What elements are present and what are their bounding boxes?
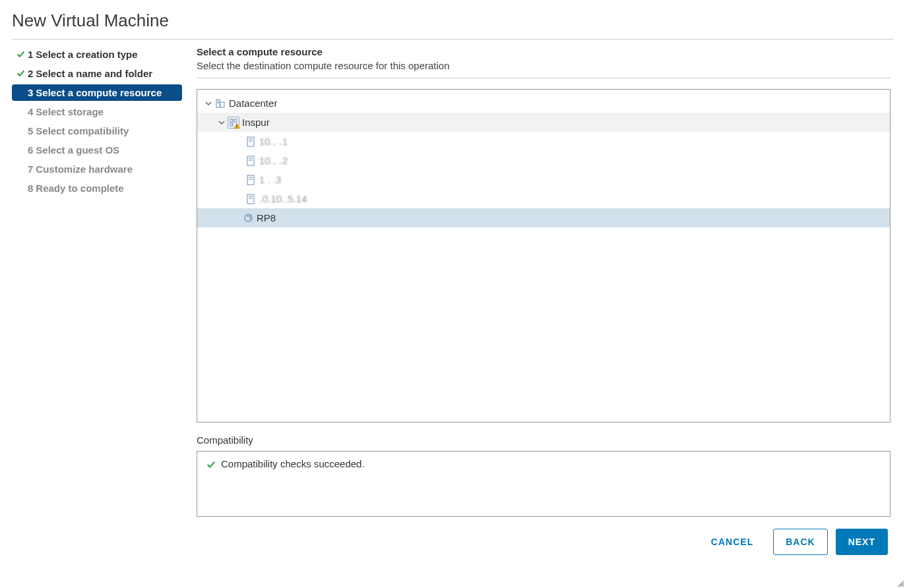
step-storage[interactable]: 4 Select storage <box>12 103 182 120</box>
svg-point-8 <box>236 127 237 127</box>
svg-rect-13 <box>249 158 253 159</box>
svg-rect-0 <box>216 100 220 107</box>
step-label: Ready to complete <box>36 183 123 194</box>
next-button[interactable]: NEXT <box>836 529 888 555</box>
datacenter-icon <box>214 98 226 109</box>
tree-host[interactable]: ․0.10․.5.14 <box>197 189 890 208</box>
svg-rect-14 <box>249 160 253 161</box>
host-icon <box>245 136 257 148</box>
resize-handle-icon[interactable] <box>897 580 904 587</box>
svg-rect-20 <box>249 198 253 199</box>
resource-tree[interactable]: Datacenter Inspur 10.․ <box>197 89 890 423</box>
svg-point-21 <box>244 214 251 221</box>
tree-label: 10.․ ․1 <box>259 136 288 148</box>
tree-host[interactable]: 10.․ ․2 <box>197 151 890 170</box>
check-icon <box>15 69 26 78</box>
wizard-footer: CANCEL BACK NEXT <box>197 529 890 555</box>
step-name-folder[interactable]: 2 Select a name and folder <box>12 65 182 82</box>
tree-resource-pool[interactable]: RP8 <box>197 208 890 227</box>
resource-pool-icon <box>242 212 254 224</box>
cluster-warning-icon <box>228 117 239 129</box>
tree-label: ․0.10․.5.14 <box>259 193 307 205</box>
step-compatibility[interactable]: 5 Select compatibility <box>12 123 182 139</box>
step-customize-hardware[interactable]: 7 Customize hardware <box>12 161 182 177</box>
tree-host[interactable]: 1 . .3 <box>197 170 890 189</box>
tree-label: 10.․ ․2 <box>259 155 288 167</box>
tree-cluster[interactable]: Inspur <box>197 113 890 132</box>
check-icon <box>206 458 216 469</box>
svg-rect-5 <box>234 119 237 122</box>
step-label: Select compatibility <box>36 125 129 136</box>
compat-message: Compatibility checks succeeded. <box>221 458 365 469</box>
chevron-down-icon[interactable] <box>217 119 226 126</box>
tree-host[interactable]: 10.․ ․1 <box>197 132 890 151</box>
tree-label: Inspur <box>242 117 270 128</box>
svg-rect-11 <box>249 140 253 142</box>
svg-rect-10 <box>249 138 253 140</box>
step-label: Select storage <box>36 106 104 117</box>
step-creation-type[interactable]: 1 Select a creation type <box>12 46 182 63</box>
step-label: Select a compute resource <box>36 87 162 98</box>
check-icon <box>15 50 26 59</box>
cancel-button[interactable]: CANCEL <box>699 529 765 555</box>
compatibility-label: Compatibility <box>197 434 890 446</box>
svg-rect-16 <box>249 177 253 178</box>
host-icon <box>245 174 257 186</box>
tree-label: 1 . .3 <box>259 174 281 185</box>
step-label: Select a name and folder <box>36 68 152 79</box>
section-title: Select a compute resource <box>197 46 890 57</box>
tree-datacenter[interactable]: Datacenter <box>197 94 890 113</box>
step-label: Select a creation type <box>36 49 137 60</box>
chevron-down-icon[interactable] <box>204 100 213 107</box>
compatibility-box: Compatibility checks succeeded. <box>197 451 890 517</box>
svg-rect-1 <box>220 102 224 107</box>
svg-rect-17 <box>249 179 253 180</box>
wizard-steps: 1 Select a creation type 2 Select a name… <box>12 46 182 555</box>
back-button[interactable]: BACK <box>773 529 827 555</box>
step-ready-complete[interactable]: 8 Ready to complete <box>12 180 182 196</box>
step-guest-os[interactable]: 6 Select a guest OS <box>12 142 182 158</box>
step-label: Select a guest OS <box>36 144 119 156</box>
divider <box>12 39 893 40</box>
tree-label: Datacenter <box>229 98 277 109</box>
tree-label: RP8 <box>257 212 276 223</box>
svg-rect-19 <box>249 196 253 197</box>
svg-rect-4 <box>230 119 233 122</box>
host-icon <box>245 155 257 167</box>
section-subtitle: Select the destination compute resource … <box>197 60 890 71</box>
svg-rect-6 <box>230 123 233 126</box>
step-compute-resource[interactable]: 3 Select a compute resource <box>12 84 182 101</box>
divider <box>197 78 890 78</box>
dialog-title: New Virtual Machine <box>12 11 893 39</box>
host-icon <box>245 193 257 205</box>
step-label: Customize hardware <box>36 163 133 175</box>
